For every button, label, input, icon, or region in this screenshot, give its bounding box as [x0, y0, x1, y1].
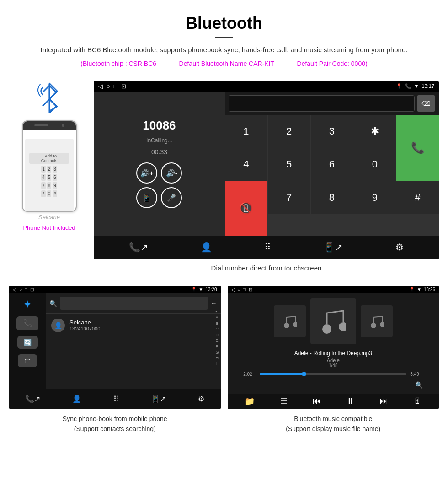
mu-nav-home[interactable]: ○ [238, 287, 240, 292]
volume-down-btn[interactable]: 🔊- [161, 162, 182, 184]
mu-gps-icon: 📍 [409, 287, 415, 292]
car-screen-container: ◁ ○ □ ⊡ 📍 📞 ▼ 13:17 10086 InCalling... [94, 81, 439, 272]
alpha-bar: *ABCDEFGHI [215, 309, 219, 367]
search-back-icon[interactable]: ← [211, 300, 217, 307]
spec-code: Default Pair Code: 0000) [297, 60, 368, 67]
pb-footer-contact[interactable]: 👤 [72, 394, 81, 403]
nav-back-icon[interactable]: ◁ [98, 83, 103, 90]
key-6[interactable]: 6 [311, 148, 353, 181]
music-info: Adele - Rolling In the Deep.mp3 Adele 1/… [294, 350, 372, 368]
key-call-red[interactable]: 📵 [225, 181, 267, 236]
pb-nav-recent[interactable]: □ [25, 287, 27, 292]
bottom-transfer-icon[interactable]: 📱↗ [324, 242, 343, 253]
pb-call-button[interactable]: 📞 [16, 316, 38, 330]
nav-menu-icon[interactable]: ⊡ [121, 83, 126, 90]
key-3[interactable]: 3 [311, 115, 353, 148]
key-star[interactable]: ✱ [353, 115, 396, 148]
svg-point-1 [293, 322, 297, 327]
key-2[interactable]: 2 [268, 115, 310, 148]
music-play-pause-icon[interactable]: ⏸ [346, 396, 354, 406]
phonebook-contact-entry[interactable]: 👤 Seicane 13241007000 [46, 314, 221, 337]
pb-wifi-icon: ▼ [199, 287, 203, 292]
dialer-input-box[interactable] [229, 95, 415, 112]
music-status-bar: ◁ ○ □ ⊡ 📍 ▼ 13:26 [228, 286, 439, 293]
car-nav-icons: ◁ ○ □ ⊡ [98, 83, 126, 90]
main-section: + Add to Contacts 123 456 789 *0# 📞 📵 Se… [0, 76, 448, 276]
mu-wifi-icon: ▼ [417, 287, 421, 292]
pb-sync-button[interactable]: 🔄 [17, 336, 38, 349]
key-0[interactable]: 0 [353, 148, 396, 181]
music-folder-icon[interactable]: 📁 [245, 396, 255, 406]
music-next-icon[interactable]: ⏭ [380, 396, 388, 406]
nav-home-icon[interactable]: ○ [107, 83, 110, 90]
transfer-btn[interactable]: 📱 [136, 187, 157, 208]
svg-point-4 [371, 323, 376, 328]
title-divider [215, 37, 233, 38]
phone-mockup: + Add to Contacts 123 456 789 *0# 📞 📵 [22, 120, 77, 212]
phonebook-sidebar: ✦ 📞 🔄 🗑 [9, 293, 46, 389]
key-7[interactable]: 7 [268, 181, 310, 214]
pb-nav-back[interactable]: ◁ [13, 287, 16, 292]
mute-btn[interactable]: 🎤 [161, 187, 182, 208]
car-call-status: InCalling... [146, 137, 172, 144]
bottom-dialpad-icon[interactable]: ⠿ [264, 242, 271, 253]
key-1[interactable]: 1 [225, 115, 267, 148]
page-header: Bluetooth Integrated with BC6 Bluetooth … [0, 0, 448, 76]
phonebook-footer: 📞↗ 👤 ⠿ 📱↗ ⚙ [9, 389, 221, 409]
album-art-right [361, 305, 393, 337]
pb-nav-home[interactable]: ○ [19, 287, 22, 292]
progress-thumb [302, 372, 306, 376]
phonebook-item: ◁ ○ □ ⊡ 📍 ▼ 13:20 ✦ 📞 🔄 🗑 [9, 286, 221, 434]
pb-footer-phone[interactable]: 📞↗ [25, 394, 40, 403]
key-8[interactable]: 8 [311, 181, 353, 214]
bottom-phone-icon[interactable]: 📞↗ [129, 242, 148, 253]
key-call-green[interactable]: 📞 [396, 115, 439, 181]
phone-not-included-label: Phone Not Included [23, 224, 75, 231]
svg-point-3 [339, 322, 346, 331]
pb-footer-dialpad[interactable]: ⠿ [113, 394, 119, 403]
nav-recent-icon[interactable]: □ [114, 83, 117, 90]
phonebook-search-bar: 🔍 ← [46, 293, 221, 314]
car-dialer-left: 10086 InCalling... 00:33 🔊+ 🔊- 📱 🎤 [94, 92, 225, 236]
music-title: Adele - Rolling In the Deep.mp3 [294, 350, 372, 357]
pb-footer-settings[interactable]: ⚙ [198, 394, 204, 403]
music-eq-icon[interactable]: 🎚 [413, 396, 421, 406]
key-5[interactable]: 5 [268, 148, 310, 181]
music-prev-icon[interactable]: ⏮ [313, 396, 321, 406]
pb-clock: 13:20 [205, 287, 217, 292]
car-screen: ◁ ○ □ ⊡ 📍 📞 ▼ 13:17 10086 InCalling... [94, 81, 439, 259]
mu-nav-menu[interactable]: ⊡ [249, 287, 252, 292]
phone-container: + Add to Contacts 123 456 789 *0# 📞 📵 Se… [9, 81, 89, 231]
search-input[interactable] [60, 297, 208, 310]
pb-footer-transfer[interactable]: 📱↗ [151, 394, 166, 403]
pb-delete-button[interactable]: 🗑 [18, 354, 37, 367]
gps-icon: 📍 [396, 83, 402, 89]
music-search-icon[interactable]: 🔍 [415, 381, 423, 389]
contact-avatar: 👤 [51, 319, 65, 332]
music-total-time: 3:49 [410, 372, 423, 377]
bottom-settings-icon[interactable]: ⚙ [395, 242, 404, 253]
music-search-row: 🔍 [243, 381, 423, 389]
music-body: Adele - Rolling In the Deep.mp3 Adele 1/… [228, 293, 439, 394]
dialer-delete-btn[interactable]: ⌫ [417, 95, 435, 112]
music-list-icon[interactable]: ☰ [280, 396, 288, 406]
page-title: Bluetooth [27, 14, 421, 33]
music-track-num: 1/48 [294, 363, 372, 368]
album-art-main [310, 298, 356, 344]
car-dialer-main: 10086 InCalling... 00:33 🔊+ 🔊- 📱 🎤 ⌫ [94, 92, 439, 236]
pb-nav-menu[interactable]: ⊡ [30, 287, 34, 292]
mu-clock: 13:26 [424, 287, 435, 292]
phonebook-screen: ◁ ○ □ ⊡ 📍 ▼ 13:20 ✦ 📞 🔄 🗑 [9, 286, 221, 409]
progress-track[interactable] [260, 373, 406, 375]
car-call-timer: 00:33 [151, 148, 167, 156]
dialer-input-row: ⌫ [225, 92, 439, 115]
volume-up-btn[interactable]: 🔊+ [136, 162, 157, 184]
bottom-contacts-icon[interactable]: 👤 [201, 242, 212, 253]
key-4[interactable]: 4 [225, 148, 267, 181]
mu-nav-back[interactable]: ◁ [231, 287, 235, 292]
seicane-logo: Seicane [38, 214, 60, 221]
key-hash[interactable]: # [396, 181, 439, 214]
pb-gps-icon: 📍 [191, 287, 197, 292]
key-9[interactable]: 9 [353, 181, 396, 214]
mu-nav-recent[interactable]: □ [243, 287, 246, 292]
